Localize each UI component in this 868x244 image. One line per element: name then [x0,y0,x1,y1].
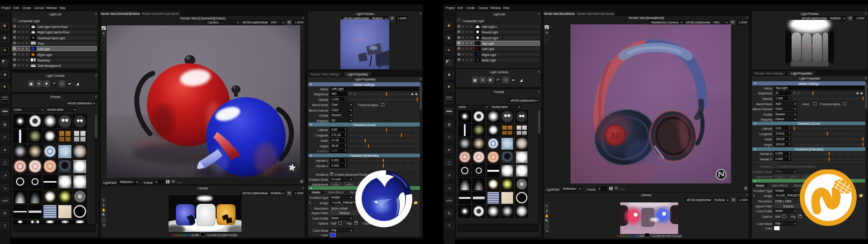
svg-text:30: 30 [610,130,620,141]
